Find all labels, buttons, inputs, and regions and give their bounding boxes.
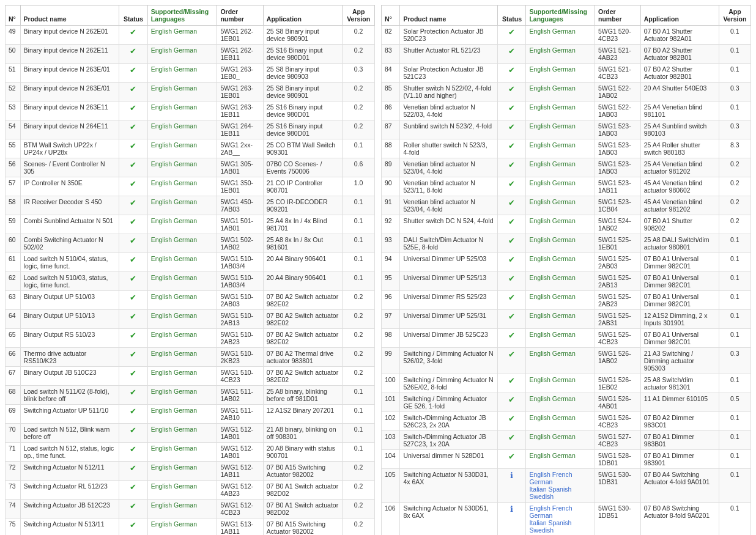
row-appver: 0.1	[719, 291, 750, 310]
row-order: 5WG1 501-1AB01	[217, 215, 263, 234]
row-order: 5WG1 530-1DB51	[595, 503, 641, 536]
row-app: 12 A1S2 Dimming, 2 x Inputs 301901	[640, 310, 719, 329]
row-app: 25 A8 8x In / 8x Out 981601	[263, 234, 342, 253]
table-row: 68Load switch N 511/02 (8-fold), blink b…	[6, 386, 375, 405]
row-appver: 0.2	[343, 310, 375, 329]
green-check-icon: ✔	[508, 350, 515, 359]
row-product: Switching Actuator N 512/11	[20, 462, 119, 481]
row-order: 5WG1 524-1AB02	[595, 215, 641, 234]
row-product: Switching Actuator N 530D51, 8x 6AX	[400, 503, 498, 536]
row-appver: 0.2	[343, 500, 375, 518]
table-row: 56Scenes- / Event Controller N 305✔Engli…	[6, 158, 375, 177]
row-product: Universal Dimmer JB 525C23	[400, 329, 498, 348]
row-order: 5WG1 526-4CB23	[595, 412, 641, 431]
lang-text: English German	[151, 445, 197, 452]
table-row: 103Switch-/Dimming Actuator JB 527C23, 1…	[382, 431, 751, 450]
row-product: Binary Output UP 510/03	[20, 291, 119, 310]
table-row: 54Binary input device N 264E11✔English G…	[6, 120, 375, 139]
row-appver: 0.2	[343, 26, 375, 45]
row-lang: English German	[526, 348, 595, 374]
row-order: 5WG1 521-4AB23	[595, 45, 641, 64]
lang-text: English German	[151, 198, 197, 205]
row-status: ✔	[119, 500, 147, 518]
row-order: 5WG1 450-7AB03	[217, 196, 263, 215]
green-check-icon: ✔	[508, 103, 515, 113]
right-header-status: Status	[498, 6, 526, 26]
lang-text: English German	[529, 293, 575, 300]
row-appver: 0.2	[343, 348, 375, 367]
table-row: 84Solar Protection Actuator JB 521C23✔En…	[382, 64, 751, 83]
row-status: ✔	[119, 253, 147, 272]
row-status: ✔	[119, 405, 147, 424]
green-check-icon: ✔	[130, 407, 136, 416]
table-row: 97Universal Dimmer UP 525/31✔English Ger…	[382, 310, 751, 329]
row-product: Switching / Dimming Actuator N 526E/02, …	[400, 374, 498, 393]
row-app: 25 A4 Roller shutter switch 980183	[640, 139, 719, 158]
lang-text: English German	[529, 331, 575, 338]
table-row: 60Combi Switching Actuator N 502/02✔Engl…	[6, 234, 375, 253]
green-check-icon: ✔	[508, 331, 515, 340]
row-order: 5WG1 510-1AB03/4	[217, 253, 263, 272]
row-lang: English German	[526, 272, 595, 291]
row-product: Load switch N 512, status, logic op., ti…	[20, 443, 119, 462]
lang-text: English German	[151, 141, 197, 149]
row-app: 07 B0 A2 Switch actuator 982E02	[263, 367, 342, 386]
lang-text: English German	[151, 350, 197, 357]
row-order: 5WG1 502-1AB02	[217, 234, 263, 253]
lang-text: English French German	[529, 504, 572, 519]
lang-text: English German	[151, 65, 197, 73]
row-lang: English German	[526, 139, 595, 158]
row-n: 98	[382, 329, 400, 348]
row-app: 07 B0 A1 Switch actuator 982D02	[263, 481, 342, 500]
row-lang: English German	[147, 101, 217, 120]
table-row: 91Venetian blind actuator N 523/04, 4-fo…	[382, 196, 751, 215]
row-app: 07B0 CO Scenes- / Events 750006	[263, 158, 342, 177]
row-product: Switching Actuator N 530D31, 4x 6AX	[400, 469, 498, 503]
row-lang: English German	[147, 139, 217, 158]
table-row: 104Universal dimmer N 528D01✔English Ger…	[382, 450, 751, 469]
row-n: 92	[382, 215, 400, 234]
row-n: 75	[6, 518, 21, 536]
row-order: 5WG1 350-1EB01	[217, 177, 263, 196]
table-row: 51Binary input device N 263E/01✔English …	[6, 64, 375, 83]
row-order: 5WG1 523-1AB03	[595, 120, 641, 139]
green-check-icon: ✔	[130, 369, 136, 378]
row-product: BTM Wall Switch UP22x / UP24x / UP28x	[20, 139, 119, 158]
row-status: ℹ	[498, 469, 526, 503]
green-check-icon: ✔	[130, 46, 136, 56]
row-status: ✔	[119, 215, 147, 234]
row-product: Binary input device N 263E11	[20, 101, 119, 120]
lang-text: English German	[151, 179, 197, 186]
row-lang: English German	[526, 253, 595, 272]
row-appver: 0.1	[719, 412, 750, 431]
row-app: 25 S16 Binary input device 980D01	[263, 120, 342, 139]
row-n: 61	[6, 253, 21, 272]
row-appver: 0.2	[343, 120, 375, 139]
row-product: Shutter switch N 522/02, 4-fold (V1.10 a…	[400, 83, 498, 101]
row-order: 5WG1 512-1AB01	[217, 424, 263, 443]
row-status: ✔	[119, 64, 147, 83]
row-app: 12 A1S2 Binary 207201	[263, 405, 342, 424]
green-check-icon: ✔	[508, 452, 515, 461]
row-lang: English German	[147, 158, 217, 177]
row-appver: 0.1	[719, 45, 750, 64]
row-status: ✔	[498, 393, 526, 412]
row-product: Switching / Dimming Actuator N 526/02, 3…	[400, 348, 498, 374]
row-lang: English German	[147, 329, 217, 348]
row-lang: English German	[526, 177, 595, 196]
row-n: 50	[6, 45, 21, 64]
row-n: 62	[6, 272, 21, 291]
row-appver: 0.1	[343, 272, 375, 291]
lang-text: English German	[529, 395, 575, 402]
table-row: 52Binary input device N 263E/01✔English …	[6, 83, 375, 101]
green-check-icon: ✔	[508, 160, 515, 169]
row-appver: 0.1	[343, 253, 375, 272]
row-app: 07 B0 A1 Switch actuator 982D02	[263, 500, 342, 518]
row-n: 63	[6, 291, 21, 310]
row-product: Binary Output UP 510/13	[20, 310, 119, 329]
row-appver: 0.2	[343, 367, 375, 386]
lang-text: English German	[529, 122, 575, 130]
green-check-icon: ✔	[508, 28, 515, 37]
row-app: 07 B0 A1 Shutter 908202	[640, 215, 719, 234]
green-check-icon: ✔	[130, 236, 136, 245]
